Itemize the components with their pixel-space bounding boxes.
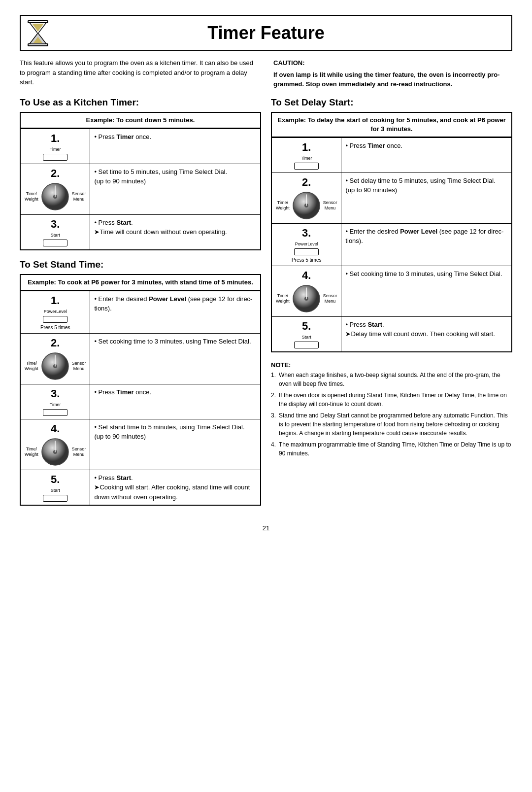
st-step-3-instr: • Press Timer once. [90,384,261,419]
caution-text: If oven lamp is lit while using the time… [273,70,512,89]
table-row: 2. Time/Weight SensorMenu [271,172,512,223]
step-3-instr: • Press Start.➤Time will count down with… [90,214,261,250]
delay-start-table: 1. Timer • Press Timer once. 2. Time/Wei… [271,138,512,352]
caution-title: CAUTION: [273,58,512,68]
stand-time-table: 1. PowerLevel Press 5 times • Enter the … [20,291,261,506]
table-row: 1. PowerLevel Press 5 times • Enter the … [20,291,261,333]
dial-icon [40,437,70,467]
st-step-5-instr: • Press Start.➤Cooking will start. After… [90,470,261,505]
ds-step-5-instr: • Press Start.➤Delay time will count dow… [341,316,512,352]
ds-step-3-cell: 3. PowerLevel Press 5 times [271,223,341,266]
table-row: 3. Start • Press Start.➤Time will count … [20,214,261,250]
timer-btn-label2: Timer [50,402,61,407]
st-step-1-cell: 1. PowerLevel Press 5 times [20,291,90,333]
stand-time-title: To Set Stand Time: [20,259,261,270]
stand-time-example: Example: To cook at P6 power for 3 minut… [20,274,261,291]
timer-button2 [43,409,67,416]
kitchen-timer-title: To Use as a Kitchen Timer: [20,97,261,108]
start-btn-label: Start [51,233,60,238]
list-item: If the oven door is opened during Stand … [271,391,512,409]
power-btn-label: PowerLevel [44,309,67,314]
dial-icon [292,284,321,313]
page-number: 21 [20,524,512,532]
st-step-5-cell: 5. Start [20,470,90,505]
table-row: 4. Time/Weight SensorMenu [271,266,512,316]
start-button3 [294,342,319,348]
table-row: 2. Time/Weight [20,164,261,214]
step-2-instr: • Set time to 5 minutes, using Time Sele… [90,164,261,214]
list-item: When each stage finishes, a two-beep sig… [271,371,512,388]
st-step-3-cell: 3. Timer [20,384,90,419]
page-header: Timer Feature [20,15,512,51]
timer-btn-label: Timer [50,147,61,152]
power-btn-label2: PowerLevel [295,241,318,246]
table-row: 5. Start • Press Start.➤Delay time will … [271,316,512,352]
ds-step-2-cell: 2. Time/Weight SensorMenu [271,172,341,223]
ds-step-1-cell: 1. Timer [271,138,341,172]
dial-icon [40,351,70,381]
left-column: To Use as a Kitchen Timer: Example: To c… [20,97,261,515]
table-row: 3. Timer • Press Timer once. [20,384,261,419]
table-row: 4. Time/Weight SensorMenu [20,419,261,470]
timer-button [43,154,67,161]
table-row: 3. PowerLevel Press 5 times • Enter the … [271,223,512,266]
ds-step-5-cell: 5. Start [271,316,341,352]
right-column: To Set Delay Start: Example: To delay th… [271,97,512,515]
start-btn-label3: Start [302,335,311,340]
start-btn-label2: Start [51,488,60,493]
list-item: The maximum programmable time of Standin… [271,440,512,458]
intro-text: This feature allows you to program the o… [20,58,259,89]
delay-start-example: Example: To delay the start of cooking f… [271,112,512,138]
table-row: 1. Timer • Press Timer once. [20,129,261,164]
power-level-button [43,316,67,323]
note-list: When each stage finishes, a two-beep sig… [271,371,512,458]
delay-start-title: To Set Delay Start: [271,97,512,108]
step-1-cell: 1. Timer [20,129,90,164]
note-section: NOTE: When each stage finishes, a two-be… [271,361,512,458]
ds-step-3-instr: • Enter the desired Power Level (see pag… [341,223,512,266]
ds-step-2-instr: • Set delay time to 5 minutes, using Tim… [341,172,512,223]
ds-step-1-instr: • Press Timer once. [341,138,512,172]
page-title: Timer Feature [55,23,511,43]
dial-icon [292,191,321,220]
start-button [43,240,67,246]
st-step-4-instr: • Set stand time to 5 minutes, using Tim… [90,419,261,470]
intro-section: This feature allows you to program the o… [20,58,512,89]
st-step-2-cell: 2. Time/Weight SensorMenu [20,333,90,384]
power-level-button2 [294,248,319,255]
step-3-cell: 3. Start [20,214,90,250]
caution-section: CAUTION: If oven lamp is lit while using… [273,58,512,89]
main-content: To Use as a Kitchen Timer: Example: To c… [20,97,512,515]
kitchen-timer-table: 1. Timer • Press Timer once. 2. Time/Wei… [20,129,261,250]
st-step-4-cell: 4. Time/Weight SensorMenu [20,419,90,470]
st-step-1-instr: • Enter the desired Power Level (see pag… [90,291,261,333]
note-title: NOTE: [271,361,512,369]
table-row: 5. Start • Press Start.➤Cooking will sta… [20,470,261,505]
timer-button3 [294,163,319,170]
timer-btn-label3: Timer [301,156,312,161]
st-step-2-instr: • Set cooking time to 3 minutes, using T… [90,333,261,384]
ds-step-4-instr: • Set cooking time to 3 minutes, using T… [341,266,512,316]
ds-step-4-cell: 4. Time/Weight SensorMenu [271,266,341,316]
table-row: 2. Time/Weight SensorMenu [20,333,261,384]
kitchen-timer-example: Example: To count down 5 minutes. [20,112,261,129]
dial-icon [40,182,70,211]
start-button2 [43,495,67,502]
step-2-cell: 2. Time/Weight [20,164,90,214]
table-row: 1. Timer • Press Timer once. [271,138,512,172]
list-item: Stand time and Delay Start cannot be pro… [271,411,512,438]
step-1-instr: • Press Timer once. [90,129,261,164]
hourglass-icon [21,16,55,50]
